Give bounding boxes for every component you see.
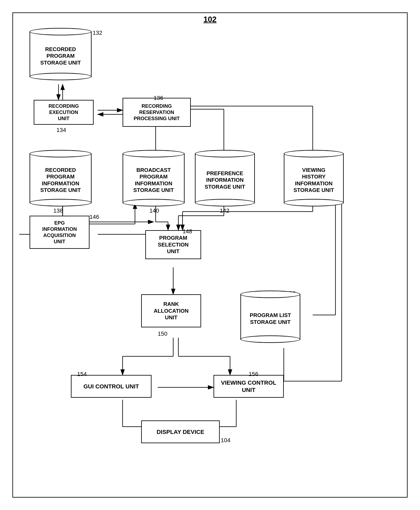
recorded-program-storage-label: RECORDEDPROGRAMSTORAGE UNIT xyxy=(39,44,82,68)
ref-132: 132 xyxy=(93,30,102,36)
epg-info-unit: EPGINFORMATIONACQUISITIONUNIT xyxy=(30,216,90,249)
preference-info-unit: PREFERENCEINFORMATIONSTORAGE UNIT xyxy=(195,154,255,203)
broadcast-program-info-unit: BROADCASTPROGRAMINFORMATIONSTORAGE UNIT xyxy=(123,154,185,203)
ref-142: 142 xyxy=(220,207,229,214)
rank-allocation-unit: RANKALLOCATIONUNIT xyxy=(141,294,201,327)
preference-info-label: PREFERENCEINFORMATIONSTORAGE UNIT xyxy=(203,168,247,192)
ref-148: 148 xyxy=(182,228,192,235)
ref-156: 156 xyxy=(249,371,258,377)
ref-138: 138 xyxy=(53,207,63,214)
ref-140: 140 xyxy=(150,207,159,214)
viewing-history-label: VIEWINGHISTORYINFORMATIONSTORAGE UNIT xyxy=(292,165,336,195)
ref-150: 150 xyxy=(158,330,167,337)
ref-154: 154 xyxy=(77,371,87,377)
viewing-history-unit: VIEWINGHISTORYINFORMATIONSTORAGE UNIT xyxy=(284,154,344,203)
ref-136: 136 xyxy=(154,95,163,101)
recording-reservation-unit: RECORDINGRESERVATIONPROCESSING UNIT xyxy=(123,98,191,127)
recorded-program-info-label: RECORDEDPROGRAMINFORMATIONSTORAGE UNIT xyxy=(39,165,82,195)
viewing-control-unit: VIEWING CONTROLUNIT xyxy=(214,375,284,398)
ref-134: 134 xyxy=(56,127,66,133)
diagram-container: 102 xyxy=(12,12,408,498)
ref-146: 146 xyxy=(90,214,99,220)
recorded-program-info-unit: RECORDEDPROGRAMINFORMATIONSTORAGE UNIT xyxy=(30,154,91,203)
gui-control-unit: GUI CONTROL UNIT xyxy=(71,375,151,398)
recording-execution-unit: RECORDINGEXECUTIONUNIT xyxy=(34,100,94,125)
main-label: 102 xyxy=(203,15,216,24)
display-device: DISPLAY DEVICE xyxy=(141,420,220,443)
recorded-program-storage-unit: RECORDEDPROGRAMSTORAGE UNIT xyxy=(30,32,91,77)
broadcast-program-info-label: BROADCASTPROGRAMINFORMATIONSTORAGE UNIT xyxy=(132,165,175,195)
program-selection-unit: PROGRAMSELECTIONUNIT xyxy=(145,230,201,259)
program-list-storage-unit: PROGRAM LISTSTORAGE UNIT xyxy=(240,294,300,340)
ref-104: 104 xyxy=(221,437,231,444)
program-list-storage-label: PROGRAM LISTSTORAGE UNIT xyxy=(248,310,292,327)
